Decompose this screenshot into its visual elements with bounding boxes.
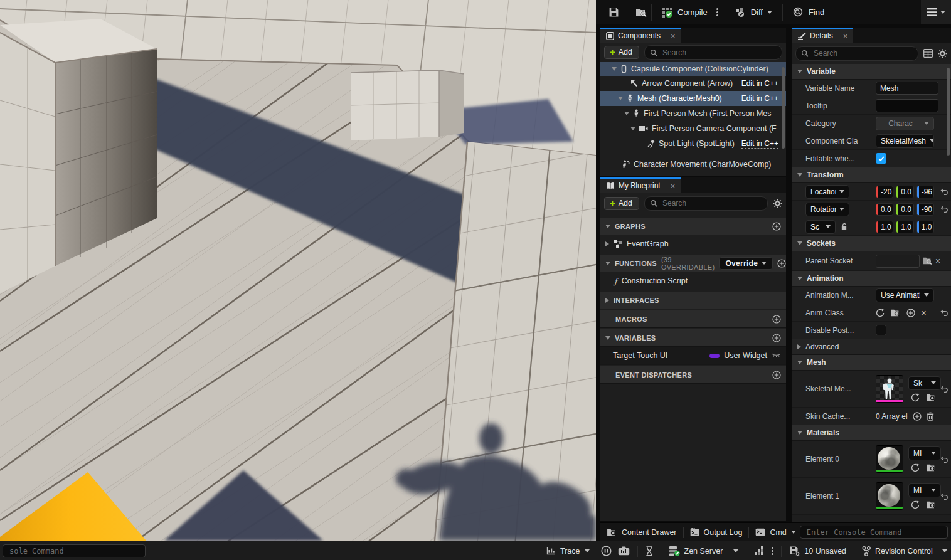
section-variable[interactable]: Variable bbox=[792, 64, 951, 80]
tree-row-spot-light[interactable]: Spot Light (SpotLight) Edit in C++ bbox=[600, 136, 786, 151]
expander-icon[interactable] bbox=[618, 97, 623, 100]
section-mesh[interactable]: Mesh bbox=[792, 355, 951, 371]
section-materials[interactable]: Materials bbox=[792, 425, 951, 441]
location-x-field[interactable]: -20 bbox=[876, 186, 893, 198]
tree-row-capsule[interactable]: Capsule Component (CollisionCylinder) bbox=[600, 62, 786, 76]
add-array-element-icon[interactable] bbox=[913, 412, 922, 421]
section-animation[interactable]: Animation bbox=[792, 271, 951, 287]
parent-socket-input[interactable] bbox=[876, 255, 920, 268]
scale-dropdown[interactable]: Sc bbox=[805, 220, 836, 234]
add-blueprint-item-button[interactable]: + Add bbox=[604, 197, 639, 210]
tree-row-mesh-selected[interactable]: Mesh (CharacterMesh0) Edit in C++ bbox=[600, 91, 786, 106]
section-interfaces[interactable]: INTERFACES bbox=[600, 292, 786, 309]
component-class-dropdown[interactable]: SkeletalMesh bbox=[876, 134, 934, 148]
compile-button[interactable]: Compile bbox=[656, 0, 714, 24]
use-selected-icon[interactable] bbox=[911, 500, 920, 509]
my-blueprint-search-input[interactable] bbox=[661, 198, 762, 208]
tree-row-arrow[interactable]: Arrow Component (Arrow) Edit in C++ bbox=[600, 76, 786, 91]
my-blueprint-search[interactable] bbox=[644, 196, 768, 211]
console-command-input[interactable] bbox=[805, 527, 942, 537]
browse-mesh-icon[interactable] bbox=[926, 393, 937, 402]
disable-post-checkbox[interactable] bbox=[876, 325, 886, 335]
rotation-y-field[interactable]: 0.0 bbox=[896, 203, 913, 216]
override-dropdown[interactable]: Override bbox=[719, 257, 773, 270]
derived-data-icon[interactable] bbox=[755, 546, 764, 556]
clear-anim-class-icon[interactable]: × bbox=[921, 307, 927, 318]
variable-row-target-touch-ui[interactable]: Target Touch UI User Widget bbox=[600, 347, 786, 365]
use-selected-icon[interactable] bbox=[911, 463, 920, 472]
components-search[interactable] bbox=[644, 45, 782, 60]
tooltip-input[interactable] bbox=[876, 99, 938, 112]
level-viewport[interactable] bbox=[0, 0, 596, 541]
browse-material-icon[interactable] bbox=[926, 463, 937, 472]
reset-location-button[interactable] bbox=[937, 183, 951, 200]
browse-asset-icon[interactable] bbox=[635, 8, 647, 18]
details-scrollbar[interactable] bbox=[947, 68, 950, 156]
output-log-button[interactable]: Output Log bbox=[684, 523, 749, 541]
browse-socket-icon[interactable] bbox=[922, 256, 933, 265]
animation-mode-dropdown[interactable]: Use Animation bbox=[876, 288, 934, 302]
edit-in-cpp-link[interactable]: Edit in C++ bbox=[741, 139, 778, 149]
section-advanced[interactable]: Advanced bbox=[792, 339, 951, 355]
more-options-icon[interactable] bbox=[772, 547, 773, 555]
location-y-field[interactable]: 0.0 bbox=[896, 186, 913, 198]
expander-icon[interactable] bbox=[605, 241, 609, 246]
reset-material-1-button[interactable] bbox=[937, 478, 951, 514]
save-icon[interactable] bbox=[608, 7, 619, 18]
details-search[interactable] bbox=[795, 46, 918, 61]
details-settings-gear-icon[interactable] bbox=[938, 49, 947, 58]
add-macro-icon[interactable] bbox=[772, 315, 781, 324]
eye-closed-icon[interactable] bbox=[772, 353, 781, 358]
diff-button[interactable]: Diff bbox=[729, 0, 778, 24]
section-event-dispatchers[interactable]: EVENT DISPATCHERS bbox=[600, 366, 786, 384]
material-1-thumbnail[interactable] bbox=[876, 482, 903, 510]
tree-row-character-movement[interactable]: Character Movement (CharMoveComp) bbox=[600, 157, 786, 172]
browse-anim-class-icon[interactable] bbox=[890, 309, 901, 317]
viewport-console-field[interactable] bbox=[3, 544, 146, 557]
viewport-console-input[interactable] bbox=[8, 546, 140, 556]
scale-z-field[interactable]: 1.0 bbox=[916, 221, 934, 233]
add-component-button[interactable]: + Add bbox=[604, 46, 639, 59]
construction-script-row[interactable]: ƒ Construction Script bbox=[600, 272, 786, 290]
section-sockets[interactable]: Sockets bbox=[792, 236, 951, 251]
components-scrollbar[interactable] bbox=[782, 67, 785, 149]
trash-icon[interactable] bbox=[927, 412, 934, 421]
material-0-thumbnail[interactable] bbox=[876, 445, 903, 473]
content-drawer-button[interactable]: Content Drawer bbox=[600, 523, 683, 541]
cmd-dropdown[interactable]: Cmd bbox=[749, 523, 799, 541]
expander-icon[interactable] bbox=[612, 67, 617, 71]
tree-row-first-person-mesh[interactable]: First Person Mesh (First Person Mes bbox=[600, 106, 786, 121]
section-graphs[interactable]: GRAPHS bbox=[600, 218, 786, 235]
add-variable-icon[interactable] bbox=[772, 334, 781, 342]
section-macros[interactable]: MACROS bbox=[600, 310, 786, 328]
location-dropdown[interactable]: Location bbox=[805, 185, 849, 199]
expander-icon[interactable] bbox=[630, 127, 635, 130]
category-dropdown[interactable]: Charac bbox=[876, 117, 934, 130]
edit-in-cpp-link[interactable]: Edit in C++ bbox=[741, 94, 778, 103]
find-button[interactable]: Find bbox=[787, 0, 831, 24]
eventgraph-row[interactable]: EventGraph bbox=[600, 235, 786, 253]
reset-skeletal-mesh-button[interactable] bbox=[937, 371, 951, 407]
tree-row-first-person-camera[interactable]: First Person Camera Component (F bbox=[600, 121, 786, 136]
edit-in-cpp-link[interactable]: Edit in C++ bbox=[741, 79, 778, 88]
close-icon[interactable]: × bbox=[671, 31, 676, 41]
tab-my-blueprint[interactable]: My Blueprint × bbox=[600, 177, 681, 193]
rotation-dropdown[interactable]: Rotation bbox=[805, 203, 849, 216]
add-function-icon[interactable] bbox=[777, 259, 786, 268]
add-event-dispatcher-icon[interactable] bbox=[772, 371, 781, 379]
compile-options-icon[interactable] bbox=[716, 8, 718, 16]
scale-y-field[interactable]: 1.0 bbox=[896, 221, 913, 233]
display-filter-table-icon[interactable] bbox=[923, 49, 933, 58]
details-search-input[interactable] bbox=[812, 48, 913, 58]
close-icon[interactable]: × bbox=[671, 181, 676, 191]
location-z-field[interactable]: -96 bbox=[916, 186, 934, 198]
browse-material-icon[interactable] bbox=[926, 500, 937, 509]
reset-rotation-button[interactable] bbox=[937, 201, 951, 218]
rotation-x-field[interactable]: 0.0 bbox=[876, 203, 893, 216]
console-command-field[interactable] bbox=[800, 526, 948, 539]
lock-open-icon[interactable] bbox=[841, 223, 847, 231]
expander-icon[interactable] bbox=[624, 112, 629, 115]
use-selected-icon[interactable] bbox=[876, 309, 885, 317]
tab-components[interactable]: Components × bbox=[600, 28, 681, 43]
reset-material-0-button[interactable] bbox=[937, 441, 951, 477]
